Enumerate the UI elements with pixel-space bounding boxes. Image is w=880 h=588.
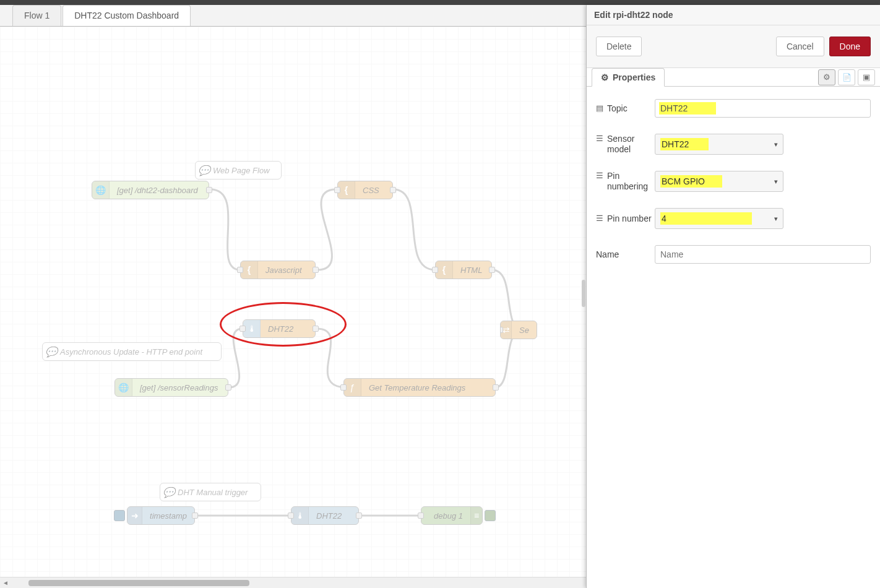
node-timestamp[interactable]: ➜ timestamp (127, 506, 195, 525)
node-get-temp[interactable]: ƒ Get Temperature Readings (343, 378, 496, 397)
topic-input[interactable]: DHT22 (655, 99, 871, 118)
node-css[interactable]: { CSS (337, 181, 393, 199)
doc-icon (842, 72, 852, 82)
sensor-model-select[interactable]: DHT22 ▾ (655, 134, 783, 155)
list-icon: ☰ (596, 171, 603, 181)
chevron-down-icon: ▾ (774, 215, 778, 223)
node-debug[interactable]: debug 1 ≡ (421, 506, 483, 525)
name-label: Name (596, 249, 655, 260)
node-httpin-dashboard[interactable]: 🌐 [get] /dht22-dashboard (92, 181, 209, 199)
node-port-in[interactable] (288, 512, 294, 519)
sensor-model-label: ☰Sensor model (596, 134, 655, 155)
node-port-out[interactable] (313, 267, 319, 273)
node-port-out[interactable] (356, 512, 362, 519)
debug-icon: ≡ (470, 507, 482, 524)
chevron-down-icon: ▾ (774, 141, 778, 149)
panel-splitter[interactable] (581, 5, 586, 588)
node-label: DHT22 (261, 324, 301, 334)
node-port-in[interactable] (334, 187, 340, 193)
pin-number-select[interactable]: 4 ▾ (655, 208, 783, 229)
node-label: [get] /sensorReadings (132, 383, 225, 392)
node-label: Javascript (258, 266, 309, 275)
sensor-model-value: DHT22 (660, 138, 709, 150)
diagram-icon (863, 72, 870, 82)
node-label: HTML (453, 266, 490, 275)
pin-number-label: ☰Pin number (596, 214, 655, 224)
tab-dht22-dashboard[interactable]: DHT22 Custom Dashboard (63, 5, 191, 26)
node-label: debug 1 (426, 511, 470, 521)
template-icon: { (241, 261, 258, 279)
topic-label: ▤Topic (596, 103, 655, 114)
comment-icon: 💬 (196, 165, 213, 176)
comment-label: Web Page Flow (213, 166, 270, 175)
node-port-out[interactable] (313, 326, 319, 332)
panel-title: Edit rpi-dht22 node (587, 5, 880, 25)
chevron-down-icon: ▾ (774, 178, 778, 186)
comment-label: Asynchronous Update - HTTP end point (60, 347, 202, 357)
list-icon: ☰ (596, 214, 603, 223)
scroll-thumb[interactable] (28, 580, 249, 586)
inject-icon: ➜ (127, 507, 142, 524)
pin-numbering-value: BCM GPIO (660, 175, 722, 188)
topic-value: DHT22 (659, 102, 716, 115)
comment-web-page-flow[interactable]: 💬 Web Page Flow (195, 161, 282, 179)
appearance-icon-button[interactable] (858, 69, 875, 85)
pin-numbering-label: ☰Pin numbering (596, 171, 655, 192)
pin-numbering-select[interactable]: BCM GPIO ▾ (655, 171, 783, 192)
node-port-in[interactable] (239, 326, 246, 332)
description-icon-button[interactable] (838, 69, 855, 85)
template-icon: { (338, 181, 355, 199)
comment-manual-trigger[interactable]: 💬 DHT Manual trigger (160, 483, 261, 501)
tab-properties[interactable]: Properties (592, 68, 665, 87)
gear-icon (823, 72, 830, 82)
node-httpin-sensor[interactable]: 🌐 [get] /sensorReadings (114, 378, 228, 397)
globe-icon: 🌐 (115, 379, 132, 396)
inject-button[interactable] (114, 510, 125, 521)
debug-toggle-button[interactable] (485, 510, 496, 521)
done-button[interactable]: Done (829, 37, 871, 56)
node-label: CSS (355, 186, 387, 195)
comment-icon: 💬 (160, 486, 178, 498)
node-html[interactable]: { HTML (435, 261, 492, 279)
node-dht22-selected[interactable]: 🌡 DHT22 (243, 319, 316, 338)
node-port-out[interactable] (489, 267, 495, 273)
node-label: timestamp (142, 511, 194, 521)
node-dht22-2[interactable]: 🌡 DHT22 (291, 506, 359, 525)
node-port-out[interactable] (192, 512, 198, 519)
comment-icon: 💬 (43, 346, 60, 358)
node-port-in[interactable] (237, 267, 243, 273)
node-javascript[interactable]: { Javascript (240, 261, 316, 279)
thermometer-icon: 🌡 (291, 507, 309, 524)
gear-icon (601, 72, 609, 82)
list-icon: ☰ (596, 134, 603, 144)
tab-flow-1[interactable]: Flow 1 (12, 5, 61, 26)
node-label: [get] /dht22-dashboard (110, 186, 205, 195)
node-label: DHT22 (309, 511, 349, 521)
node-port-out[interactable] (493, 384, 499, 391)
node-port-out[interactable] (225, 384, 231, 391)
node-port-in[interactable] (500, 327, 503, 333)
thermometer-icon: 🌡 (243, 320, 261, 337)
template-icon: { (436, 261, 453, 279)
node-set[interactable]: ⇄ Se (500, 321, 537, 339)
node-port-out[interactable] (206, 187, 212, 193)
scroll-left-icon[interactable]: ◄ (0, 579, 11, 586)
node-port-in[interactable] (340, 384, 347, 391)
name-input[interactable] (655, 245, 871, 264)
edit-node-panel: Edit rpi-dht22 node Delete Cancel Done P… (586, 5, 880, 588)
settings-icon-button[interactable] (818, 69, 835, 85)
globe-icon: 🌐 (92, 181, 110, 199)
node-port-in[interactable] (432, 267, 438, 273)
tag-icon: ▤ (596, 103, 603, 113)
cancel-button[interactable]: Cancel (776, 37, 824, 56)
node-label: Se (512, 326, 537, 335)
function-icon: ƒ (344, 379, 361, 396)
node-port-in[interactable] (418, 512, 424, 519)
tab-label: Properties (613, 72, 655, 82)
delete-button[interactable]: Delete (596, 37, 642, 56)
node-label: Get Temperature Readings (361, 383, 473, 392)
pin-number-value: 4 (660, 212, 752, 225)
node-port-out[interactable] (390, 187, 396, 193)
comment-async-update[interactable]: 💬 Asynchronous Update - HTTP end point (42, 342, 222, 361)
comment-label: DHT Manual trigger (178, 488, 248, 497)
